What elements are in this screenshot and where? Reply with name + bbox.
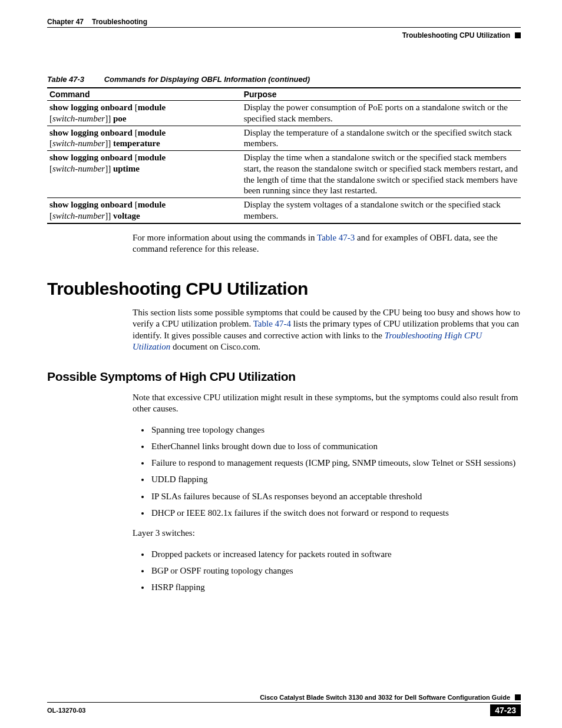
section-header-right: Troubleshooting CPU Utilization <box>47 29 521 39</box>
list-item: Dropped packets or increased latency for… <box>150 548 521 560</box>
command-cell: show logging onboard [module [switch-num… <box>47 101 242 126</box>
purpose-cell: Display the time when a standalone switc… <box>242 151 521 198</box>
table-row: show logging onboard [module [switch-num… <box>47 101 521 126</box>
list-item: Failure to respond to management request… <box>150 457 521 469</box>
list-item: HSRP flapping <box>150 581 521 593</box>
command-cell: show logging onboard [module [switch-num… <box>47 126 242 151</box>
col-command: Command <box>47 88 242 101</box>
purpose-cell: Display the system voltages of a standal… <box>242 198 521 223</box>
footer-row: OL-13270-03 47-23 <box>47 703 521 716</box>
section-right-text: Troubleshooting CPU Utilization <box>402 31 510 39</box>
square-marker-icon <box>515 694 521 700</box>
paragraph: Note that excessive CPU utilization migh… <box>133 392 521 415</box>
list-item: IP SLAs failures because of SLAs respons… <box>150 490 521 502</box>
table-number: Table 47-3 <box>47 75 102 84</box>
obfl-commands-table: Command Purpose show logging onboard [mo… <box>47 87 521 224</box>
chapter-label: Chapter 47 <box>47 18 84 26</box>
table-caption: Table 47-3 Commands for Displaying OBFL … <box>47 75 521 84</box>
cross-reference-link[interactable]: Table 47-4 <box>253 319 291 328</box>
page: Chapter 47 Troubleshooting Troubleshooti… <box>0 0 562 728</box>
page-number: 47-23 <box>490 704 521 716</box>
cross-reference-link[interactable]: Table 47-3 <box>317 233 355 242</box>
breadcrumb: Chapter 47 Troubleshooting <box>47 18 147 26</box>
table-title: Commands for Displaying OBFL Information… <box>104 75 310 84</box>
command-cell: show logging onboard [module [switch-num… <box>47 151 242 198</box>
symptom-list: Spanning tree topology changes EtherChan… <box>133 424 521 519</box>
header-rule <box>47 27 521 28</box>
symptom-list-l3: Dropped packets or increased latency for… <box>133 548 521 594</box>
purpose-cell: Display the temperature of a standalone … <box>242 126 521 151</box>
purpose-cell: Display the power consumption of PoE por… <box>242 101 521 126</box>
table-row: show logging onboard [module [switch-num… <box>47 198 521 223</box>
paragraph: Layer 3 switches: <box>133 528 521 539</box>
list-item: Spanning tree topology changes <box>150 424 521 436</box>
paragraph: This section lists some possible symptom… <box>133 307 521 353</box>
command-cell: show logging onboard [module [switch-num… <box>47 198 242 223</box>
chapter-title: Troubleshooting <box>92 18 147 26</box>
running-header: Chapter 47 Troubleshooting <box>47 18 521 27</box>
doc-id: OL-13270-03 <box>47 707 85 714</box>
paragraph: For more information about using the com… <box>133 232 521 255</box>
table-header-row: Command Purpose <box>47 88 521 101</box>
page-footer: Cisco Catalyst Blade Switch 3130 and 303… <box>47 694 521 716</box>
section-heading: Troubleshooting CPU Utilization <box>47 279 521 299</box>
square-marker-icon <box>515 32 521 38</box>
footer-guide-title: Cisco Catalyst Blade Switch 3130 and 303… <box>47 694 521 703</box>
list-item: EtherChannel links brought down due to l… <box>150 440 521 452</box>
table-row: show logging onboard [module [switch-num… <box>47 151 521 198</box>
subsection-heading: Possible Symptoms of High CPU Utilizatio… <box>47 370 521 384</box>
list-item: DHCP or IEEE 802.1x failures if the swit… <box>150 507 521 519</box>
col-purpose: Purpose <box>242 88 521 101</box>
table-row: show logging onboard [module [switch-num… <box>47 126 521 151</box>
list-item: UDLD flapping <box>150 473 521 485</box>
list-item: BGP or OSPF routing topology changes <box>150 565 521 577</box>
